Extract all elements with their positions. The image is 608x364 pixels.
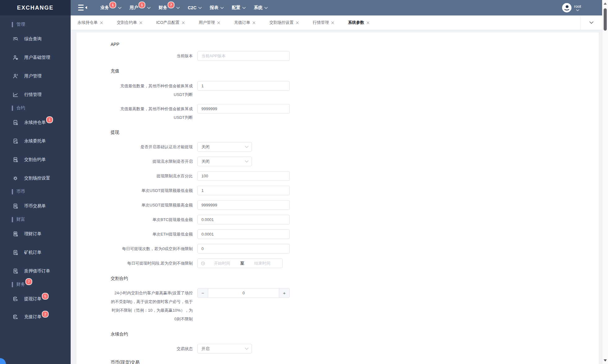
field-recharge-min: 充值最低数量，其他币种价值会被换算成USDT判断 <box>111 81 297 91</box>
avatar <box>562 3 571 12</box>
tab-user-management[interactable]: 用户管理 <box>199 20 220 25</box>
sidebar-item-pledge-loan-orders[interactable]: 质押借币订单 <box>0 267 71 275</box>
field-label: 每日可提现时间段,若为空则不做限制 <box>111 259 193 268</box>
section-delivery-contract: 交割合约 <box>111 275 128 281</box>
notification-badge: 7 <box>168 2 174 8</box>
corner-action-button[interactable] <box>0 358 6 364</box>
field-label: 提现限制流水百分比 <box>111 172 193 180</box>
app-logo: EXCHANGE <box>0 0 71 15</box>
field-withdraw-flow-percent: 提现限制流水百分比 <box>111 171 297 181</box>
tab-label: ICO产品配置 <box>156 20 179 25</box>
tab-system-params[interactable]: 系统参数 <box>348 20 369 25</box>
flow-percent-input[interactable] <box>197 171 290 181</box>
withdraw-time-range-picker[interactable]: 开始时间 至 结束时间 <box>197 258 283 268</box>
sidebar-item-label: 行情管理 <box>24 92 42 98</box>
section-title: 币币 <box>16 189 25 194</box>
daily-withdraw-count-input[interactable] <box>197 244 290 254</box>
recharge-max-input[interactable] <box>197 104 290 114</box>
chevron-down-icon <box>118 7 121 9</box>
nav-menu-finance[interactable]: 财务 7 <box>159 4 180 11</box>
chevron-down-icon <box>220 7 224 9</box>
sidebar-item-perpetual-positions[interactable]: 永续持仓单 1 <box>0 119 71 126</box>
document-pledge-icon <box>12 268 19 274</box>
btc-withdraw-min-input[interactable] <box>197 215 290 224</box>
settings-panel: APP 当前版本 充值 充值最低数量，其他币种价值会被换算成USDT判断 充值最… <box>77 32 599 364</box>
usdt-withdraw-max-input[interactable] <box>197 200 290 210</box>
tab-label: 充值订单 <box>234 20 250 25</box>
sidebar-item-wealth-orders[interactable]: 理财订单 <box>0 230 71 238</box>
sidebar-item-recharge-orders[interactable]: 充值订单 2 <box>0 313 71 321</box>
sidebar-item-user-management[interactable]: 用户管理 <box>0 72 71 80</box>
tab-delivery-risk-settings[interactable]: 交割场控设置 <box>269 20 299 25</box>
scrollbar-thumb[interactable] <box>604 8 607 31</box>
sidebar-item-delivery-contracts[interactable]: 交割合约单 <box>0 156 71 163</box>
stepper-decrease-button[interactable]: − <box>198 288 208 297</box>
close-icon[interactable] <box>253 21 255 24</box>
trade-status-select[interactable]: 开启 <box>197 344 252 353</box>
sidebar-item-label: 矿机订单 <box>24 250 42 255</box>
tab-label: 行情管理 <box>313 20 329 25</box>
tab-list-dropdown-button[interactable] <box>580 15 602 30</box>
nav-menu-c2c[interactable]: C2C <box>188 5 202 10</box>
tab-recharge-orders[interactable]: 充值订单 <box>234 20 255 25</box>
open-tabs-bar: 永续持仓单 交割合约单 ICO产品配置 用户管理 充值订单 交割场控设置 行情管… <box>71 15 602 30</box>
close-icon[interactable] <box>100 21 103 24</box>
menu-collapse-icon[interactable] <box>78 4 88 11</box>
chevron-down-icon <box>589 21 593 24</box>
user-menu[interactable]: root <box>562 0 581 15</box>
scroll-up-arrow[interactable] <box>604 2 607 5</box>
sidebar-item-label: 质押借币订单 <box>24 268 50 274</box>
current-version-input[interactable] <box>197 51 290 61</box>
nav-menu-system[interactable]: 系统 <box>254 5 268 11</box>
close-icon[interactable] <box>182 21 185 24</box>
nav-menu-reports[interactable]: 报表 <box>210 5 224 11</box>
sidebar-item-composite-query[interactable]: 综合查询 <box>0 35 71 43</box>
scroll-down-arrow[interactable] <box>604 359 607 362</box>
kyc-switch-select[interactable]: 关闭 <box>197 142 252 152</box>
sidebar-item-spot-trades[interactable]: 币币交易单 <box>0 202 71 210</box>
nav-menu-users[interactable]: 用户 1 <box>130 4 151 11</box>
chevron-down-icon <box>198 7 202 9</box>
sidebar-item-label: 用户基础管理 <box>24 55 50 60</box>
usdt-withdraw-min-input[interactable] <box>197 186 290 195</box>
field-withdraw-flow-switch: 提现流水限制是否开启 关闭 <box>111 157 297 166</box>
field-label: 充值最低数量，其他币种价值会被换算成USDT判断 <box>111 82 193 99</box>
nav-menu-business[interactable]: 业务 1 <box>100 4 121 11</box>
chevron-down-icon <box>264 7 268 9</box>
eth-withdraw-min-input[interactable] <box>197 229 290 239</box>
chevron-down-icon <box>576 9 579 11</box>
menu-label: 系统 <box>254 5 262 11</box>
sidebar-item-miner-orders[interactable]: 矿机订单 <box>0 249 71 256</box>
chevron-down-icon <box>242 7 246 9</box>
tab-perpetual-positions[interactable]: 永续持仓单 <box>77 20 103 25</box>
close-icon[interactable] <box>296 21 299 24</box>
field-recharge-max: 充值最高数量，其他币种价值会被换算成USDT判断 <box>111 104 297 114</box>
nav-menu-config[interactable]: 配置 <box>232 5 246 11</box>
tab-ico-product-config[interactable]: ICO产品配置 <box>156 20 185 25</box>
stepper-increase-button[interactable]: + <box>279 288 289 297</box>
document-list-icon <box>12 249 19 256</box>
sidebar-item-user-base-management[interactable]: 用户基础管理 <box>0 54 71 61</box>
tab-market-management[interactable]: 行情管理 <box>313 20 334 25</box>
close-icon[interactable] <box>139 21 142 24</box>
flow-switch-select[interactable]: 关闭 <box>197 157 252 166</box>
close-icon[interactable] <box>217 21 220 24</box>
close-icon[interactable] <box>367 21 369 24</box>
document-coin-icon <box>12 203 19 209</box>
sidebar-item-market-management[interactable]: 行情管理 <box>0 91 71 98</box>
selected-value: 开启 <box>201 346 209 352</box>
sidebar-item-withdraw-orders[interactable]: 提现订单 5 <box>0 295 71 303</box>
recharge-min-input[interactable] <box>197 81 290 91</box>
sidebar-item-perpetual-orders[interactable]: 永续委托单 <box>0 137 71 145</box>
field-label: 是否开启基础认证后才能提现 <box>111 143 193 151</box>
close-icon[interactable] <box>331 21 334 24</box>
sidebar-item-delivery-risk-settings[interactable]: 交割场控设置 <box>0 175 71 182</box>
section-app: APP <box>111 41 119 47</box>
max-win-rate-input[interactable] <box>208 288 279 297</box>
field-trade-status: 交易状态 开启 <box>111 344 297 353</box>
tab-label: 系统参数 <box>348 20 364 25</box>
tab-delivery-contracts[interactable]: 交割合约单 <box>117 20 142 25</box>
field-label: 充值最高数量，其他币种价值会被换算成USDT判断 <box>111 105 193 122</box>
section-title: 财富 <box>16 217 25 222</box>
sidebar-item-label: 综合查询 <box>24 36 42 42</box>
